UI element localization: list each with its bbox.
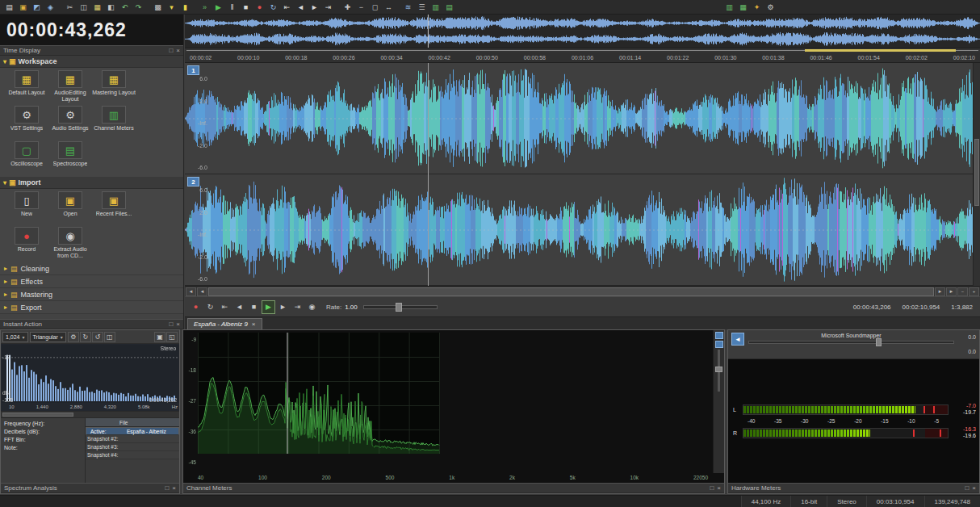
overview-range[interactable] bbox=[805, 49, 956, 52]
meter-scale-slider[interactable] bbox=[718, 350, 720, 392]
scroll-right-icon[interactable]: ► bbox=[946, 287, 957, 296]
marker-icon[interactable]: ▾ bbox=[165, 1, 178, 13]
channel-1-badge[interactable]: 1 bbox=[187, 65, 199, 75]
trim-icon[interactable]: ◧ bbox=[104, 1, 118, 13]
workspace-item[interactable]: ▦ Mastering Layout bbox=[92, 70, 136, 103]
explorer-section[interactable]: ▸ ▤ Export bbox=[0, 301, 183, 314]
snapshot-icon[interactable]: ◫ bbox=[104, 332, 115, 342]
overview-waveform[interactable] bbox=[185, 15, 980, 48]
hardware-meters-icon[interactable]: ▦ bbox=[736, 1, 750, 13]
rate-slider[interactable] bbox=[363, 305, 438, 309]
play-button[interactable]: ▶ bbox=[262, 300, 275, 314]
spectrum-icon[interactable]: ▤ bbox=[442, 1, 456, 13]
close-icon[interactable]: × bbox=[176, 321, 180, 328]
document-tab[interactable]: España - Albeniz 9 × bbox=[187, 318, 262, 329]
waveform-channel-2[interactable]: 2 6.02.0-Inf.-2.0-6.0 bbox=[185, 174, 980, 286]
new-file-icon[interactable]: ▤ bbox=[2, 1, 16, 13]
freeze-icon[interactable]: ▣ bbox=[154, 332, 165, 342]
meter-options-button[interactable] bbox=[715, 332, 723, 339]
slider-thumb[interactable] bbox=[715, 367, 722, 372]
workspace-item[interactable]: ▦ Default Layout bbox=[5, 70, 48, 103]
crossfade-icon[interactable]: ≋ bbox=[401, 1, 415, 13]
scroll-right-page-icon[interactable]: ► bbox=[935, 287, 945, 296]
plugin-chain-icon[interactable]: ✦ bbox=[750, 1, 764, 13]
vertical-scrollbar[interactable] bbox=[973, 63, 980, 286]
waveform-canvas-1[interactable] bbox=[185, 63, 980, 174]
workspace-item[interactable]: ▤ Spectroscope bbox=[48, 141, 92, 174]
scrollbar-thumb[interactable] bbox=[208, 287, 934, 296]
undo-icon[interactable]: ↶ bbox=[118, 1, 132, 13]
settings-gear-icon[interactable]: ⚙ bbox=[68, 332, 79, 342]
meter-hold-button[interactable] bbox=[715, 341, 723, 348]
status-item[interactable]: 16-bit bbox=[790, 496, 827, 507]
record-icon[interactable]: ● bbox=[253, 1, 266, 13]
workspace-item[interactable]: ⚙ Audio Settings bbox=[48, 106, 92, 139]
spectrum-display[interactable]: Stereo -18 dB -108 0:00:43,262 101,4402,… bbox=[1, 344, 179, 412]
stop-button[interactable]: ■ bbox=[247, 300, 261, 314]
waveform-channel-1[interactable]: 1 6.02.0-Inf.-2.0-6.0 bbox=[185, 63, 980, 174]
scroll-left-icon[interactable]: ◄ bbox=[186, 287, 196, 296]
snap-icon[interactable]: ▩ bbox=[151, 1, 165, 13]
status-item[interactable]: 00:03:10,954 bbox=[866, 496, 924, 507]
slider-thumb[interactable] bbox=[876, 338, 882, 346]
float-icon[interactable]: □ bbox=[165, 485, 169, 492]
import-item[interactable]: ◉ Extract Audio from CD... bbox=[48, 227, 92, 260]
snapshot-row[interactable]: Snapshot #3: bbox=[86, 443, 179, 451]
workspace-item[interactable]: ▥ Channel Meters bbox=[92, 106, 136, 139]
import-item[interactable]: ● Record bbox=[5, 227, 48, 260]
zoom-selection-icon[interactable]: ◻ bbox=[368, 1, 382, 13]
forward-button[interactable]: ► bbox=[276, 300, 290, 314]
save-icon[interactable]: ◩ bbox=[30, 1, 44, 13]
zoom-in-icon[interactable]: + bbox=[969, 287, 979, 296]
import-section-header[interactable]: ▾ ▣ Import bbox=[0, 177, 183, 189]
copy-icon[interactable]: ◫ bbox=[77, 1, 90, 13]
zoom-in-icon[interactable]: ✚ bbox=[341, 1, 354, 13]
settings-icon[interactable]: ⚙ bbox=[764, 1, 777, 13]
snapshot-row[interactable]: Snapshot #4: bbox=[86, 451, 179, 459]
explorer-section[interactable]: ▸ ▤ Cleaning bbox=[0, 262, 183, 275]
sync-icon[interactable]: ↺ bbox=[92, 332, 103, 342]
horizontal-scrollbar[interactable]: ◄ ◄ ► ► − + bbox=[185, 286, 980, 296]
fft-size-select[interactable]: 1,024 ▾ bbox=[2, 332, 28, 342]
workspace-item[interactable]: ▢ Oscilloscope bbox=[5, 141, 48, 174]
loop-playback-button[interactable]: ↻ bbox=[203, 300, 217, 314]
channel-2-badge[interactable]: 2 bbox=[187, 177, 199, 186]
channel-meters-canvas[interactable] bbox=[198, 333, 440, 454]
channel-meters-display[interactable]: -9-18-27-36-45 401002005001k2k5k10k22050 bbox=[183, 330, 724, 483]
fft-window-select[interactable]: Triangular ▾ bbox=[30, 332, 66, 342]
rate-slider-thumb[interactable] bbox=[396, 303, 402, 312]
explorer-section[interactable]: ▸ ▤ Mastering bbox=[0, 288, 183, 301]
zoom-out-icon[interactable]: − bbox=[957, 287, 968, 296]
pause-icon[interactable]: ‖ bbox=[225, 1, 239, 13]
status-item[interactable]: 44,100 Hz bbox=[741, 496, 790, 507]
paste-icon[interactable]: ▦ bbox=[90, 1, 104, 13]
status-item[interactable]: Stereo bbox=[827, 496, 866, 507]
go-to-start-button[interactable]: ⇤ bbox=[218, 300, 232, 314]
status-item[interactable]: 139,249,748 bbox=[924, 496, 980, 507]
region-icon[interactable]: ▮ bbox=[178, 1, 192, 13]
scrollbar-thumb[interactable] bbox=[974, 139, 979, 206]
close-icon[interactable]: × bbox=[717, 485, 721, 492]
close-icon[interactable]: × bbox=[172, 485, 176, 492]
go-to-start-icon[interactable]: ⇤ bbox=[280, 1, 294, 13]
go-to-end-button[interactable]: ⇥ bbox=[291, 300, 304, 314]
render-as-icon[interactable]: ◈ bbox=[44, 1, 57, 13]
import-item[interactable]: ▣ Open bbox=[48, 191, 92, 224]
statistics-icon[interactable]: ▥ bbox=[429, 1, 442, 13]
rewind-icon[interactable]: ◄ bbox=[294, 1, 308, 13]
refresh-icon[interactable]: ↻ bbox=[80, 332, 91, 342]
workspace-section-header[interactable]: ▾ ▣ Workspace bbox=[0, 56, 183, 68]
speaker-icon[interactable]: ◄ bbox=[731, 333, 744, 346]
time-ruler[interactable]: 00:00:0200:00:1000:00:1800:00:2600:00:34… bbox=[185, 52, 980, 63]
import-item[interactable]: ▣ Recent Files... bbox=[92, 191, 136, 224]
workspace-item[interactable]: ▦ AudioEditing Layout bbox=[48, 70, 92, 103]
normalize-icon[interactable]: ☰ bbox=[415, 1, 429, 13]
close-icon[interactable]: × bbox=[972, 485, 976, 492]
explorer-section[interactable]: ▸ ▤ Effects bbox=[0, 275, 183, 288]
spectrum-scrollbar[interactable] bbox=[1, 412, 179, 418]
import-item[interactable]: ▯ New bbox=[5, 191, 48, 224]
go-to-end-icon[interactable]: ⇥ bbox=[321, 1, 335, 13]
close-icon[interactable]: × bbox=[176, 48, 180, 54]
stop-icon[interactable]: ■ bbox=[239, 1, 253, 13]
rewind-button[interactable]: ◄ bbox=[232, 300, 246, 314]
